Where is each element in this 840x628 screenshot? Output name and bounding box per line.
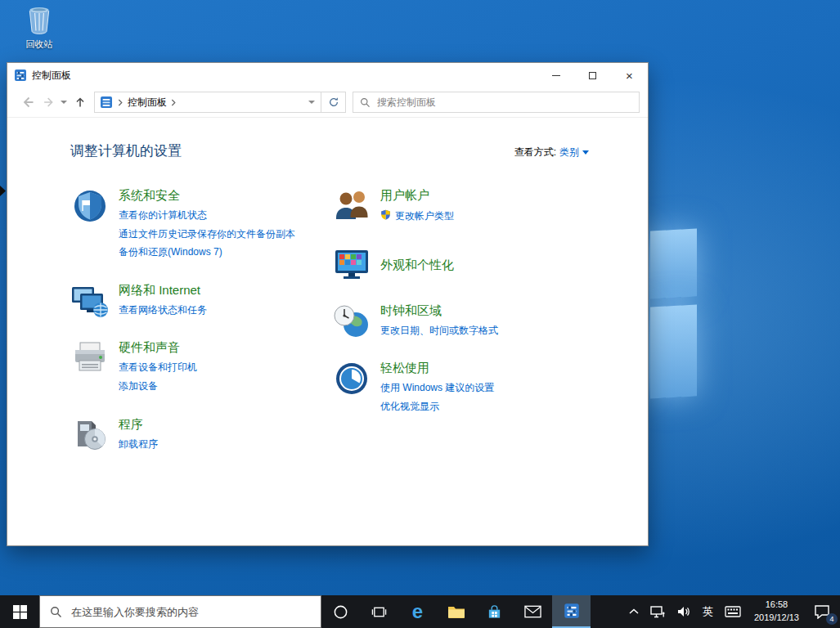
uac-shield-icon bbox=[380, 209, 391, 224]
category-clock-region: 时钟和区域 更改日期、时间或数字格式 bbox=[332, 302, 594, 343]
chevron-down-icon bbox=[61, 101, 67, 104]
category-title-link[interactable]: 用户帐户 bbox=[380, 188, 429, 204]
volume-button[interactable] bbox=[671, 595, 697, 628]
task-link[interactable]: 卸载程序 bbox=[119, 438, 158, 451]
task-view-button[interactable] bbox=[360, 595, 398, 628]
close-icon: × bbox=[626, 70, 633, 82]
category-title-link[interactable]: 网络和 Internet bbox=[119, 283, 200, 298]
search-icon bbox=[50, 606, 62, 618]
view-by-dropdown[interactable]: 类别 bbox=[559, 146, 589, 159]
edge-icon: e bbox=[412, 602, 423, 621]
category-title-link[interactable]: 外观和个性化 bbox=[380, 258, 454, 273]
clock-region-icon[interactable] bbox=[332, 302, 371, 341]
control-panel-search-input[interactable] bbox=[375, 96, 632, 109]
forward-button[interactable] bbox=[40, 92, 58, 113]
control-panel-breadcrumb-icon[interactable] bbox=[100, 96, 113, 109]
taskbar-search-box[interactable] bbox=[39, 595, 321, 628]
system-tray: 英 16:58 2019/12/13 4 bbox=[623, 595, 840, 628]
control-panel-home: 调整计算机的设置 查看方式: 类别 bbox=[7, 118, 648, 473]
user-accounts-icon[interactable] bbox=[332, 186, 371, 226]
cortana-button[interactable] bbox=[321, 595, 360, 628]
recycle-bin-label: 回收站 bbox=[10, 38, 69, 51]
task-link[interactable]: 更改日期、时间或数字格式 bbox=[380, 325, 498, 338]
maximize-icon bbox=[589, 72, 596, 79]
back-button[interactable] bbox=[16, 92, 40, 113]
taskbar-clock[interactable]: 16:58 2019/12/13 bbox=[747, 599, 806, 625]
chevron-down-icon bbox=[582, 150, 589, 155]
close-button[interactable]: × bbox=[611, 63, 648, 87]
chevron-up-icon bbox=[629, 608, 639, 615]
task-link[interactable]: 通过文件历史记录保存你的文件备份副本 bbox=[119, 228, 295, 241]
category-ease-of-access: 轻松使用 使用 Windows 建议的设置 优化视觉显示 bbox=[332, 359, 594, 419]
categories-right-column: 用户帐户 更改帐户类型 bbox=[332, 186, 594, 473]
hardware-sound-icon[interactable] bbox=[70, 339, 110, 378]
task-link[interactable]: 查看网络状态和任务 bbox=[119, 304, 207, 317]
control-panel-icon bbox=[14, 69, 27, 82]
category-title-link[interactable]: 硬件和声音 bbox=[119, 340, 180, 356]
category-appearance-personalization: 外观和个性化 bbox=[332, 246, 594, 285]
up-button[interactable] bbox=[70, 92, 91, 113]
edge-button[interactable]: e bbox=[398, 595, 437, 628]
cortana-icon bbox=[333, 604, 348, 620]
forward-arrow-icon bbox=[42, 95, 56, 110]
breadcrumb-chevron-icon[interactable] bbox=[168, 99, 179, 106]
breadcrumb-item-control-panel[interactable]: 控制面板 bbox=[126, 96, 168, 110]
network-icon bbox=[650, 606, 665, 618]
system-security-icon[interactable] bbox=[70, 186, 110, 226]
category-title-link[interactable]: 轻松使用 bbox=[380, 361, 429, 376]
task-link[interactable]: 备份和还原(Windows 7) bbox=[119, 246, 295, 259]
task-view-icon bbox=[371, 604, 387, 620]
category-user-accounts: 用户帐户 更改帐户类型 bbox=[332, 186, 594, 230]
page-title: 调整计算机的设置 bbox=[70, 141, 182, 160]
taskbar-search-input[interactable] bbox=[70, 605, 314, 619]
address-dropdown-button[interactable] bbox=[303, 92, 321, 112]
programs-icon[interactable] bbox=[70, 415, 110, 455]
breadcrumb-chevron-icon[interactable] bbox=[115, 99, 126, 106]
notification-badge: 4 bbox=[826, 613, 838, 625]
recycle-bin-icon bbox=[26, 23, 52, 37]
maximize-button[interactable] bbox=[574, 63, 611, 87]
keyboard-icon bbox=[725, 606, 741, 617]
recent-locations-button[interactable] bbox=[58, 92, 70, 113]
category-title-link[interactable]: 程序 bbox=[119, 417, 143, 433]
task-link[interactable]: 优化视觉显示 bbox=[380, 401, 494, 414]
store-icon bbox=[487, 604, 502, 620]
ime-indicator[interactable]: 英 bbox=[697, 595, 719, 628]
titlebar[interactable]: 控制面板 × bbox=[7, 63, 648, 87]
wallpaper-logo-pane bbox=[650, 229, 697, 299]
start-button[interactable] bbox=[0, 595, 39, 628]
minimize-button[interactable] bbox=[537, 63, 574, 87]
chevron-down-icon bbox=[308, 101, 315, 104]
network-internet-icon[interactable] bbox=[70, 281, 110, 321]
tray-time: 16:58 bbox=[754, 599, 799, 612]
action-center-button[interactable]: 4 bbox=[806, 595, 840, 628]
network-status-button[interactable] bbox=[645, 595, 671, 628]
task-link[interactable]: 使用 Windows 建议的设置 bbox=[380, 382, 494, 395]
task-link[interactable]: 更改帐户类型 bbox=[380, 209, 454, 224]
control-panel-taskbar-button[interactable] bbox=[552, 595, 591, 628]
tray-date: 2019/12/13 bbox=[754, 612, 799, 625]
category-title-link[interactable]: 系统和安全 bbox=[119, 188, 180, 204]
control-panel-search-box[interactable] bbox=[353, 92, 640, 113]
category-title-link[interactable]: 时钟和区域 bbox=[380, 303, 442, 319]
refresh-button[interactable] bbox=[321, 92, 346, 113]
appearance-personalization-icon[interactable] bbox=[332, 246, 371, 285]
mail-icon bbox=[524, 605, 541, 618]
view-by-control: 查看方式: 类别 bbox=[514, 146, 589, 159]
file-explorer-button[interactable] bbox=[437, 595, 475, 628]
task-link[interactable]: 添加设备 bbox=[119, 380, 197, 393]
category-system-security: 系统和安全 查看你的计算机状态 通过文件历史记录保存你的文件备份副本 备份和还原… bbox=[70, 186, 332, 265]
tray-expand-button[interactable] bbox=[623, 595, 645, 628]
mail-button[interactable] bbox=[514, 595, 552, 628]
view-by-label: 查看方式: bbox=[514, 146, 556, 159]
breadcrumb[interactable]: 控制面板 bbox=[94, 92, 321, 113]
address-toolbar: 控制面板 bbox=[7, 87, 648, 118]
recycle-bin-desktop-icon[interactable]: 回收站 bbox=[10, 5, 69, 51]
refresh-icon bbox=[328, 96, 339, 108]
task-link[interactable]: 查看你的计算机状态 bbox=[119, 209, 295, 222]
touch-keyboard-button[interactable] bbox=[719, 595, 747, 628]
minimize-icon bbox=[552, 75, 560, 76]
ease-of-access-icon[interactable] bbox=[332, 359, 371, 398]
task-link[interactable]: 查看设备和打印机 bbox=[119, 361, 197, 375]
store-button[interactable] bbox=[475, 595, 514, 628]
